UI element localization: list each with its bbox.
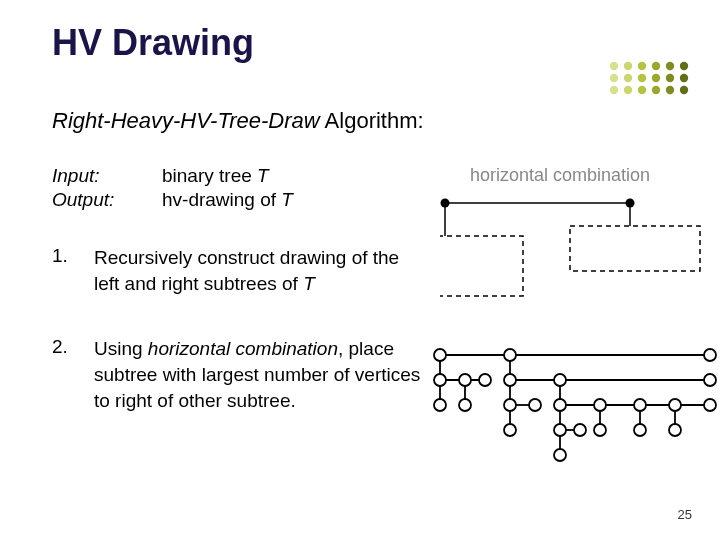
- svg-point-1: [624, 62, 632, 70]
- svg-point-67: [554, 449, 566, 461]
- svg-point-53: [459, 399, 471, 411]
- svg-point-62: [554, 424, 566, 436]
- svg-point-47: [459, 374, 471, 386]
- subtitle-italic: Right-Heavy-HV-Tree-Draw: [52, 108, 320, 133]
- svg-point-55: [529, 399, 541, 411]
- svg-point-5: [680, 62, 688, 70]
- output-value: hv-drawing of T: [162, 189, 293, 211]
- svg-point-15: [652, 86, 660, 94]
- svg-point-46: [434, 374, 446, 386]
- svg-point-44: [504, 349, 516, 361]
- output-row: Output: hv-drawing of T: [52, 189, 293, 211]
- output-label: Output:: [52, 189, 162, 211]
- svg-point-63: [574, 424, 586, 436]
- step-1: 1. Recursively construct drawing of the …: [52, 245, 422, 296]
- svg-point-10: [666, 74, 674, 82]
- svg-point-3: [652, 62, 660, 70]
- horizontal-combination-figure: [440, 196, 705, 301]
- step-number: 2.: [52, 336, 94, 413]
- subtitle-rest: Algorithm:: [320, 108, 424, 133]
- svg-point-58: [634, 399, 646, 411]
- svg-point-7: [624, 74, 632, 82]
- svg-point-2: [638, 62, 646, 70]
- svg-point-51: [704, 374, 716, 386]
- svg-point-24: [626, 199, 635, 208]
- input-value: binary tree T: [162, 165, 269, 187]
- svg-point-14: [638, 86, 646, 94]
- svg-point-59: [669, 399, 681, 411]
- svg-point-64: [594, 424, 606, 436]
- svg-point-52: [434, 399, 446, 411]
- step-number: 1.: [52, 245, 94, 296]
- svg-point-11: [680, 74, 688, 82]
- svg-point-12: [610, 86, 618, 94]
- svg-point-54: [504, 399, 516, 411]
- svg-point-49: [504, 374, 516, 386]
- input-row: Input: binary tree T: [52, 165, 293, 187]
- svg-point-56: [554, 399, 566, 411]
- svg-point-6: [610, 74, 618, 82]
- horizontal-combination-label: horizontal combination: [470, 165, 650, 186]
- svg-point-4: [666, 62, 674, 70]
- svg-rect-22: [570, 226, 700, 271]
- svg-point-9: [652, 74, 660, 82]
- page-number: 25: [678, 507, 692, 522]
- svg-point-57: [594, 399, 606, 411]
- svg-point-65: [634, 424, 646, 436]
- page-title: HV Drawing: [52, 22, 254, 64]
- svg-point-8: [638, 74, 646, 82]
- input-label: Input:: [52, 165, 162, 187]
- hv-tree-figure: [430, 345, 720, 475]
- svg-point-48: [479, 374, 491, 386]
- svg-point-17: [680, 86, 688, 94]
- svg-point-43: [434, 349, 446, 361]
- svg-rect-21: [440, 236, 523, 296]
- svg-point-23: [441, 199, 450, 208]
- steps-list: 1. Recursively construct drawing of the …: [52, 245, 422, 453]
- svg-point-0: [610, 62, 618, 70]
- svg-point-50: [554, 374, 566, 386]
- step-2: 2. Using horizontal combination, place s…: [52, 336, 422, 413]
- svg-point-66: [669, 424, 681, 436]
- decorative-dots: [606, 60, 696, 98]
- svg-point-45: [704, 349, 716, 361]
- algorithm-name: Right-Heavy-HV-Tree-Draw Algorithm:: [52, 108, 424, 134]
- io-block: Input: binary tree T Output: hv-drawing …: [52, 165, 293, 213]
- svg-point-13: [624, 86, 632, 94]
- svg-point-16: [666, 86, 674, 94]
- step-body: Recursively construct drawing of the lef…: [94, 245, 422, 296]
- step-body: Using horizontal combination, place subt…: [94, 336, 422, 413]
- svg-point-61: [504, 424, 516, 436]
- svg-point-60: [704, 399, 716, 411]
